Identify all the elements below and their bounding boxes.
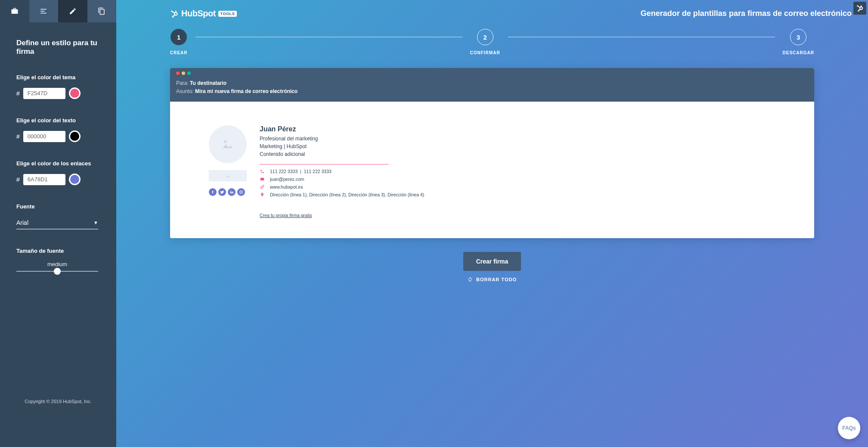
text-color-input[interactable]: [23, 131, 65, 142]
svg-point-14: [857, 5, 858, 6]
create-signature-button[interactable]: Crear firma: [463, 252, 521, 271]
contact-address: Dirección (línea 1), Dirección (línea 2)…: [260, 192, 793, 197]
page-title: Generador de plantillas para firmas de c…: [641, 9, 852, 18]
theme-color-swatch[interactable]: [69, 87, 81, 99]
hubspot-sprocket-icon: [170, 9, 179, 18]
tab-images[interactable]: [87, 0, 117, 22]
window-min-dot: [182, 71, 185, 75]
text-color-swatch[interactable]: [69, 130, 81, 142]
svg-line-2: [172, 12, 175, 13]
step-line: [195, 37, 462, 37]
svg-point-3: [171, 10, 173, 12]
subject-label: Asunto:: [176, 88, 194, 94]
clear-all-button[interactable]: BORRAR TODO: [468, 277, 517, 282]
location-icon: [260, 192, 265, 197]
copyright: Copyright © 2019 HubSpot, Inc.: [0, 390, 116, 447]
step-label: CONFIRMAR: [470, 50, 500, 55]
address-value: Dirección (línea 1), Dirección (línea 2)…: [270, 192, 424, 197]
chevron-down-icon: ▼: [93, 220, 98, 225]
sig-cta-link[interactable]: Crea tu propia firma gratis: [260, 213, 312, 218]
link-icon: [260, 185, 265, 189]
reload-icon: [468, 277, 473, 282]
step-1[interactable]: 1 CREAR: [170, 29, 188, 55]
step-3[interactable]: 3 DESCARGAR: [783, 29, 814, 55]
logo: HubSpot TOOLS: [116, 9, 237, 19]
signature-preview: Juan Pérez Profesional del marketing Mar…: [170, 102, 814, 238]
subject-value: Mira mi nueva firma de correo electrónic…: [195, 88, 298, 94]
actions: Crear firma BORRAR TODO: [116, 252, 868, 282]
stepper: 1 CREAR 2 CONFIRMAR 3 DESCARGAR: [116, 19, 868, 68]
preview-card: Para: Tu destinatario Asunto: Mira mi nu…: [170, 68, 814, 238]
hubspot-sprocket-icon: [856, 4, 864, 12]
theme-color-input[interactable]: [23, 88, 65, 99]
font-label: Fuente: [16, 203, 100, 210]
link-color-swatch[interactable]: [69, 174, 81, 185]
sidebar: Define un estilo para tu firma Elige el …: [0, 0, 116, 447]
contact-phone: 111 222 3333 | 111 222 3333: [260, 169, 793, 174]
avatar-placeholder: [209, 125, 247, 163]
hash-symbol: #: [16, 90, 20, 97]
link-color-label: Elige el color de los enlaces: [16, 160, 100, 167]
hubspot-badge[interactable]: [853, 2, 866, 15]
email-value: juan@perez.com: [270, 177, 304, 182]
linkedin-icon[interactable]: [228, 188, 236, 196]
faq-button[interactable]: FAQs: [838, 417, 860, 439]
sig-divider: [260, 164, 389, 165]
contact-email: juan@perez.com: [260, 177, 793, 182]
email-meta: Para: Tu destinatario Asunto: Mira mi nu…: [176, 79, 808, 102]
window-max-dot: [187, 71, 191, 75]
tools-badge: TOOLS: [218, 11, 237, 17]
step-line: [508, 37, 775, 37]
tab-templates[interactable]: [0, 0, 29, 22]
sidebar-tabs: [0, 0, 116, 22]
svg-point-10: [242, 191, 242, 192]
topbar: HubSpot TOOLS Generador de plantillas pa…: [116, 0, 868, 19]
step-label: DESCARGAR: [783, 50, 814, 55]
link-color-input[interactable]: [23, 174, 65, 185]
sig-job: Profesional del marketing: [260, 135, 793, 143]
briefcase-icon: [11, 7, 19, 15]
twitter-icon[interactable]: [218, 188, 226, 196]
font-size-slider[interactable]: [16, 271, 98, 272]
svg-point-16: [858, 10, 859, 12]
font-select[interactable]: Arial ▼: [16, 217, 98, 230]
slider-thumb[interactable]: [54, 268, 61, 275]
text-color-label: Elige el color del texto: [16, 117, 100, 124]
to-value: Tu destinatario: [190, 80, 226, 86]
svg-point-5: [172, 16, 174, 17]
phone1: 111 222 3333: [270, 169, 298, 174]
step-circle: 3: [790, 29, 806, 45]
phone-icon: [260, 169, 265, 174]
main-content: HubSpot TOOLS Generador de plantillas pa…: [116, 0, 868, 447]
website-value: www.hubspot.es: [270, 184, 303, 189]
svg-point-7: [226, 174, 227, 175]
hash-symbol: #: [16, 133, 20, 140]
copy-icon: [98, 7, 105, 15]
logo-placeholder: [209, 170, 247, 181]
instagram-icon[interactable]: [237, 188, 245, 196]
step-circle: 1: [170, 29, 187, 45]
step-label: CREAR: [170, 50, 188, 55]
window-close-dot: [176, 71, 180, 75]
svg-point-9: [241, 192, 242, 193]
font-value: Arial: [16, 219, 28, 226]
step-2[interactable]: 2 CONFIRMAR: [470, 29, 500, 55]
svg-point-6: [224, 140, 226, 143]
step-circle: 2: [477, 29, 493, 45]
text-icon: [40, 7, 47, 15]
theme-color-label: Elige el color del tema: [16, 74, 100, 81]
image-icon: [224, 173, 232, 179]
font-size-value: medium: [16, 261, 98, 267]
window-chrome: Para: Tu destinatario Asunto: Mira mi nu…: [170, 68, 814, 102]
panel-heading: Define un estilo para tu firma: [16, 39, 100, 56]
to-label: Para:: [176, 80, 189, 86]
contact-website: www.hubspot.es: [260, 184, 793, 189]
tab-details[interactable]: [29, 0, 59, 22]
clear-label: BORRAR TODO: [476, 277, 517, 282]
sig-name: Juan Pérez: [260, 125, 793, 133]
tab-style[interactable]: [58, 0, 87, 22]
image-icon: [220, 137, 236, 152]
sig-extra: Contenido adicional: [260, 150, 793, 158]
facebook-icon[interactable]: [209, 188, 217, 196]
sig-dept: Marketing | HubSpot: [260, 143, 793, 150]
